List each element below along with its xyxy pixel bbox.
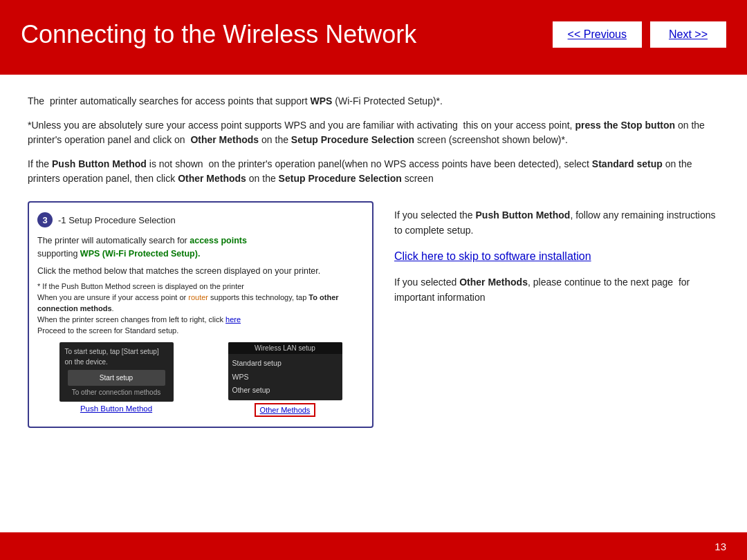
main-columns: 3 -1 Setup Procedure Selection The print… (28, 201, 719, 428)
screen2-item-wps: WPS (228, 371, 342, 384)
step-header: 3 -1 Setup Procedure Selection (37, 212, 364, 227)
footer: 13 (0, 532, 747, 560)
screen2: Wireless LAN setup Standard setup WPS Ot… (228, 342, 342, 400)
skip-to-software-link[interactable]: Click here to skip to software installat… (394, 250, 591, 262)
other-methods-label-container: Other Methods (255, 403, 316, 417)
paragraph-2: *Unless you are absolutely sure your acc… (28, 118, 719, 147)
previous-button[interactable]: << Previous (553, 21, 642, 48)
printer-screens: To start setup, tap [Start setup]on the … (37, 342, 364, 417)
nav-buttons: << Previous Next >> (553, 21, 726, 48)
screenshot-desc-2: Click the method below that matches the … (37, 265, 364, 278)
other-methods-link[interactable]: Other Methods (255, 403, 316, 417)
screenshot-box: 3 -1 Setup Procedure Selection The print… (28, 201, 374, 428)
screen1: To start setup, tap [Start setup]on the … (59, 342, 174, 402)
push-button-para: If you selected the Push Button Method, … (394, 208, 719, 238)
screen1-start-button: Start setup (68, 370, 165, 386)
step-title: -1 Setup Procedure Selection (58, 215, 176, 225)
screen2-item-standard: Standard setup (228, 357, 342, 371)
other-methods-para: If you selected Other Methods, please co… (394, 275, 719, 305)
paragraph-3: If the Push Button Method is not shown o… (28, 157, 719, 186)
skip-link-para: Click here to skip to software installat… (394, 250, 719, 263)
main-content: The printer automatically searches for a… (0, 75, 747, 442)
header-divider (0, 69, 747, 75)
screen2-container: Wireless LAN setup Standard setup WPS Ot… (228, 342, 342, 417)
page-title: Connecting to the Wireless Network (21, 20, 416, 49)
screen1-other: To other connection methods (65, 387, 168, 398)
screen2-inner: Standard setup WPS Other setup (228, 354, 342, 400)
push-button-method-link[interactable]: Push Button Method (80, 404, 152, 413)
screenshot-small-1: * If the Push Button Method screen is di… (37, 281, 364, 337)
paragraph-1: The printer automatically searches for a… (28, 94, 719, 109)
screenshot-desc-1: The printer will automatically search fo… (37, 234, 364, 261)
right-column: If you selected the Push Button Method, … (394, 201, 719, 428)
header: Connecting to the Wireless Network << Pr… (0, 0, 747, 69)
screen1-container: To start setup, tap [Start setup]on the … (59, 342, 174, 417)
screen2-title: Wireless LAN setup (228, 342, 342, 354)
screen2-item-other: Other setup (228, 384, 342, 398)
screen1-inner: To start setup, tap [Start setup]on the … (59, 342, 174, 402)
step-circle: 3 (37, 212, 53, 227)
page-number: 13 (714, 541, 726, 552)
next-button[interactable]: Next >> (650, 21, 726, 48)
screen1-text: To start setup, tap [Start setup]on the … (65, 346, 168, 367)
